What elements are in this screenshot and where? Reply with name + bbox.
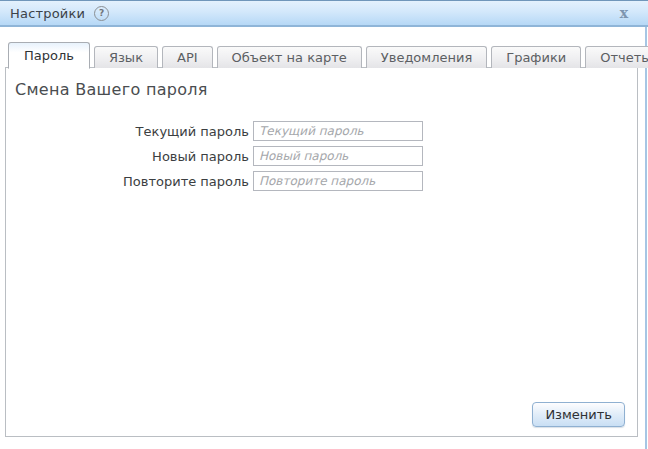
repeat-password-label: Повторите пароль [6, 174, 253, 189]
password-form: Текущий пароль Новый пароль Повторите па… [6, 121, 637, 196]
form-row-current-password: Текущий пароль [6, 121, 637, 141]
change-password-button[interactable]: Изменить [532, 402, 625, 427]
tab-strip: Пароль Язык API Объект на карте Уведомле… [8, 41, 648, 68]
close-icon[interactable]: x [616, 6, 638, 20]
tab-map-object[interactable]: Объект на карте [217, 46, 362, 68]
help-icon[interactable]: ? [94, 6, 109, 21]
window-right-border [645, 27, 647, 449]
tab-api[interactable]: API [162, 46, 213, 68]
form-row-new-password: Новый пароль [6, 146, 637, 166]
tab-notifications[interactable]: Уведомления [366, 46, 487, 68]
tab-reports[interactable]: Отчеты [585, 46, 648, 68]
password-panel: Смена Вашего пароля Текущий пароль Новый… [5, 67, 638, 437]
panel-heading: Смена Вашего пароля [15, 80, 208, 99]
new-password-label: Новый пароль [6, 149, 253, 164]
current-password-field[interactable] [253, 121, 423, 141]
form-row-repeat-password: Повторите пароль [6, 171, 637, 191]
current-password-label: Текущий пароль [6, 124, 253, 139]
window-title: Настройки [10, 6, 85, 21]
tab-language[interactable]: Язык [94, 46, 158, 68]
settings-dialog: { "window": { "title": "Настройки", "hel… [0, 0, 648, 449]
tab-charts[interactable]: Графики [491, 46, 581, 68]
repeat-password-field[interactable] [253, 171, 423, 191]
titlebar: Настройки ? x [0, 0, 648, 27]
new-password-field[interactable] [253, 146, 423, 166]
tab-password[interactable]: Пароль [8, 42, 90, 69]
